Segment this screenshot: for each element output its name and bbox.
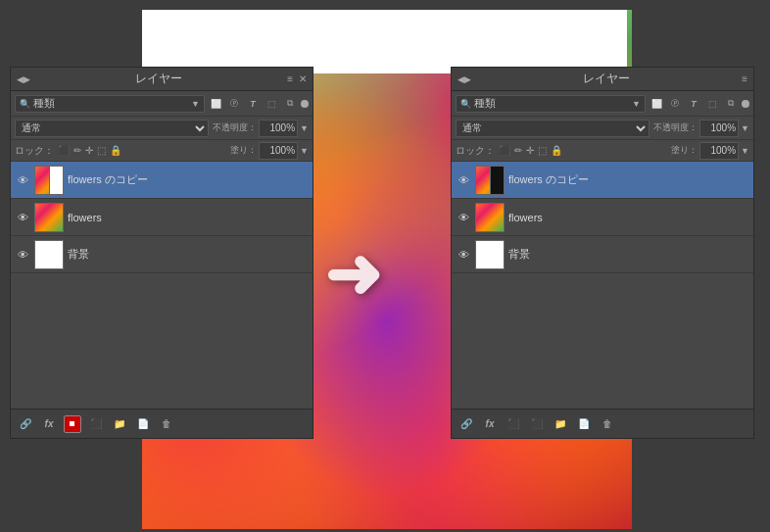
panel-title-right: レイヤー	[583, 71, 630, 87]
record-btn-left[interactable]: ⏹	[64, 415, 81, 433]
layer-thumb-3-right	[475, 240, 505, 269]
layer-name-1-right: flowers のコピー	[508, 172, 749, 187]
lock-icons-right: ⬛ ✏ ✛ ⬚ 🔒	[499, 145, 562, 156]
lock-label-left: ロック：	[15, 144, 54, 158]
fill-label-left: 塗り：	[230, 144, 257, 157]
layer-mask-1-left	[49, 167, 63, 195]
search-icon-left: 🔍	[20, 99, 30, 109]
layer-thumb-2-right	[475, 203, 505, 232]
search-row-left: 🔍 種類 ▼ ⬜ Ⓟ T ⬚ ⧉	[11, 91, 313, 117]
collapse-icon-right[interactable]: ◀▶	[457, 74, 471, 84]
search-label-right: 種類	[474, 96, 496, 111]
close-icon-left[interactable]: ✕	[299, 73, 307, 84]
panel-menu-left: ≡ ✕	[287, 73, 307, 84]
visibility-eye-3-right[interactable]: 👁	[456, 247, 471, 263]
lock-label-right: ロック：	[456, 144, 495, 158]
layers-panel-left: ◀▶ レイヤー ≡ ✕ 🔍 種類 ▼ ⬜ Ⓟ T ⬚ ⧉ 通常 不透明度： ▼ …	[10, 67, 313, 439]
opacity-group-right: 不透明度： ▼	[653, 120, 749, 137]
layer-item-1-right[interactable]: 👁 flowers のコピー	[452, 162, 753, 199]
lock-transparent-icon-r[interactable]: ⬛	[499, 145, 510, 156]
link-icon-left[interactable]: 🔗	[17, 415, 34, 433]
record-btn-right[interactable]: ⬛	[505, 415, 522, 433]
layer-thumb-3-left	[34, 240, 64, 269]
opacity-input-right[interactable]	[699, 120, 739, 137]
smart-icon-right[interactable]: ⧉	[723, 96, 739, 112]
new-group-btn-left[interactable]: ⬛	[87, 415, 105, 433]
lock-paint-icon[interactable]: ✏	[73, 145, 81, 156]
lock-artboard-icon-r[interactable]: ⬚	[538, 145, 547, 156]
right-arrow-icon: ➜	[324, 234, 382, 314]
fx-icon-left[interactable]: Ⓟ	[226, 96, 242, 112]
smart-icon-left[interactable]: ⧉	[282, 96, 298, 112]
visibility-eye-2-right[interactable]: 👁	[456, 210, 471, 225]
visibility-eye-3-left[interactable]: 👁	[15, 247, 30, 263]
lock-artboard-icon[interactable]: ⬚	[97, 145, 106, 156]
layer-thumb-1-right	[475, 166, 505, 195]
layer-item-3-right[interactable]: 👁 背景	[452, 236, 753, 273]
layer-mask-1-right	[490, 167, 504, 195]
opacity-label-right: 不透明度：	[653, 121, 698, 134]
layer-item-2-right[interactable]: 👁 flowers	[452, 199, 753, 236]
opacity-group-left: 不透明度： ▼	[213, 120, 309, 137]
kind-icon-left[interactable]: ⬜	[208, 96, 223, 112]
layer-name-2-right: flowers	[508, 212, 749, 223]
fx-icon-right[interactable]: Ⓟ	[667, 96, 683, 112]
panel-menu-right: ≡	[742, 73, 747, 84]
blend-mode-select-right[interactable]: 通常	[456, 120, 650, 137]
layer-name-3-right: 背景	[508, 247, 749, 262]
panel-header-left: ◀▶ レイヤー ≡ ✕	[11, 68, 313, 91]
fx-btn-right[interactable]: fx	[481, 415, 499, 433]
search-box-right[interactable]: 🔍 種類 ▼	[456, 95, 646, 113]
folder-btn-right[interactable]: 📁	[552, 415, 569, 433]
layer-name-2-left: flowers	[68, 212, 309, 223]
menu-icon-right[interactable]: ≡	[742, 73, 747, 84]
delete-btn-left[interactable]: 🗑	[158, 415, 175, 433]
visibility-eye-2-left[interactable]: 👁	[15, 210, 30, 225]
fill-label-right: 塗り：	[671, 144, 698, 157]
lock-paint-icon-r[interactable]: ✏	[514, 145, 522, 156]
bottom-bar-right: 🔗 fx ⬛ ⬛ 📁 📄 🗑	[452, 409, 753, 438]
shape-icon-left[interactable]: ⬚	[264, 96, 279, 112]
layer-item-1-left[interactable]: 👁 flowers のコピー	[11, 162, 313, 199]
blend-row-left: 通常 不透明度： ▼	[11, 117, 313, 140]
lock-transparent-icon[interactable]: ⬛	[58, 145, 70, 156]
add-layer-btn-right[interactable]: 📄	[575, 415, 593, 433]
lock-all-icon-r[interactable]: 🔒	[551, 145, 562, 156]
fill-input-left[interactable]	[259, 142, 298, 160]
menu-icon-left[interactable]: ≡	[287, 73, 293, 84]
blend-mode-select-left[interactable]: 通常	[15, 120, 209, 137]
layer-item-2-left[interactable]: 👁 flowers	[11, 199, 313, 236]
lock-row-right: ロック： ⬛ ✏ ✛ ⬚ 🔒 塗り： ▼	[452, 140, 753, 162]
opacity-arrow-right: ▼	[741, 123, 749, 133]
shape-icon-right[interactable]: ⬚	[704, 96, 720, 112]
delete-btn-right[interactable]: 🗑	[599, 415, 616, 433]
layers-list-left: 👁 flowers のコピー 👁 flowers 👁 背景	[11, 162, 313, 273]
visibility-eye-1-right[interactable]: 👁	[456, 172, 471, 188]
collapse-icon-left[interactable]: ◀▶	[17, 74, 30, 84]
panel-title-left: レイヤー	[135, 71, 182, 87]
new-group-btn-right[interactable]: ⬛	[528, 415, 546, 433]
lock-all-icon[interactable]: 🔒	[110, 145, 121, 156]
fx-btn-left[interactable]: fx	[40, 415, 58, 433]
fill-arrow-right: ▼	[741, 146, 749, 156]
fill-arrow-left: ▼	[300, 146, 309, 156]
dropdown-arrow-search-left: ▼	[191, 99, 200, 109]
layer-item-3-left[interactable]: 👁 背景	[11, 236, 313, 273]
search-box-left[interactable]: 🔍 種類 ▼	[15, 95, 205, 113]
opacity-input-left[interactable]	[259, 120, 298, 137]
lock-position-icon-r[interactable]: ✛	[526, 145, 534, 156]
fill-input-right[interactable]	[699, 142, 739, 160]
add-layer-btn-left[interactable]: 📄	[134, 415, 152, 433]
lock-row-left: ロック： ⬛ ✏ ✛ ⬚ 🔒 塗り： ▼	[11, 140, 313, 162]
lock-icons-left: ⬛ ✏ ✛ ⬚ 🔒	[58, 145, 121, 156]
text-icon-right[interactable]: T	[686, 96, 701, 112]
link-icon-right[interactable]: 🔗	[457, 415, 475, 433]
visibility-eye-1-left[interactable]: 👁	[15, 172, 30, 188]
text-icon-left[interactable]: T	[245, 96, 261, 112]
layers-panel-right: ◀▶ レイヤー ≡ 🔍 種類 ▼ ⬜ Ⓟ T ⬚ ⧉ 通常 不透明度： ▼ ロッ…	[451, 67, 754, 439]
kind-icon-right[interactable]: ⬜	[649, 96, 664, 112]
layers-list-right: 👁 flowers のコピー 👁 flowers 👁 背景	[452, 162, 753, 273]
lock-position-icon[interactable]: ✛	[85, 145, 93, 156]
search-row-right: 🔍 種類 ▼ ⬜ Ⓟ T ⬚ ⧉	[452, 91, 753, 117]
folder-btn-left[interactable]: 📁	[111, 415, 128, 433]
